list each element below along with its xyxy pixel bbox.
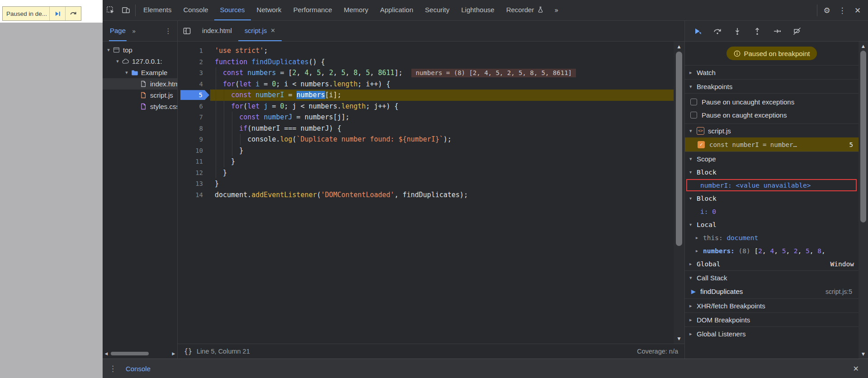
line-number-4[interactable]: 4 <box>178 79 210 90</box>
navigator-horizontal-scrollbar[interactable]: ◀ ▶ <box>103 350 177 358</box>
tree-item-example[interactable]: ▾Example <box>103 67 177 78</box>
device-toolbar-icon[interactable] <box>118 3 133 18</box>
line-number-14[interactable]: 14 <box>178 189 210 201</box>
section-dom-breakpoints[interactable]: ▸ DOM Breakpoints <box>685 312 859 326</box>
line-number-9[interactable]: 9 <box>178 134 210 145</box>
line-number-8[interactable]: 8 <box>178 123 210 134</box>
scrollbar-thumb[interactable] <box>860 51 866 222</box>
code-line-14[interactable]: document.addEventListener('DOMContentLoa… <box>210 189 674 201</box>
code-line-3[interactable]: const numbers = [2, 4, 5, 2, 5, 8, 5, 86… <box>210 67 674 79</box>
tab-memory[interactable]: Memory <box>338 0 374 20</box>
expand-arrow-icon[interactable]: ▾ <box>123 70 130 76</box>
editor-vertical-scrollbar[interactable]: ▲ ▼ <box>674 42 684 344</box>
step-out-icon[interactable] <box>749 24 765 39</box>
tab-console[interactable]: Console <box>178 0 214 20</box>
checkbox-caught[interactable] <box>690 112 697 118</box>
debugger-vertical-scrollbar[interactable]: ▲ ▼ <box>859 42 868 359</box>
code-line-1[interactable]: 'use strict'; <box>210 45 674 57</box>
scope-block-2[interactable]: ▾ Block <box>685 192 859 205</box>
line-number-1[interactable]: 1 <box>178 45 210 57</box>
scope-var-i[interactable]: i: 0 <box>685 205 859 218</box>
breakpoint-file-group[interactable]: ▾ <> script.js <box>685 123 859 137</box>
scrollbar-thumb[interactable] <box>111 352 149 355</box>
scroll-down-icon[interactable]: ▼ <box>674 336 684 341</box>
code-line-7[interactable]: const numberJ = numbers[j]; <box>210 112 674 123</box>
line-number-gutter[interactable]: 1234567891011121314 <box>178 45 210 200</box>
tab-page[interactable]: Page <box>109 21 127 41</box>
toggle-navigator-icon[interactable] <box>178 21 196 41</box>
scope-var-this[interactable]: ▸ this: document <box>685 231 859 244</box>
pause-on-uncaught-exceptions-row[interactable]: Pause on uncaught exceptions <box>685 95 859 109</box>
tree-item-styles.css[interactable]: styles.css <box>103 101 177 112</box>
section-call-stack[interactable]: ▾ Call Stack <box>685 270 859 284</box>
line-number-2[interactable]: 2 <box>178 57 210 68</box>
step-over-icon[interactable] <box>709 24 726 39</box>
navigator-kebab-icon[interactable]: ⋮ <box>159 27 177 35</box>
tab-index-html[interactable]: index.html <box>196 21 238 41</box>
code-area[interactable]: 1234567891011121314 'use strict';functio… <box>178 42 674 344</box>
scope-global[interactable]: ▸ Global Window <box>685 257 859 270</box>
expand-arrow-icon[interactable]: ▾ <box>114 58 121 64</box>
line-number-5[interactable]: 5 <box>178 90 210 101</box>
code-line-5[interactable]: const numberI = numbers[i]; <box>210 90 674 101</box>
section-global-listeners[interactable]: ▸ Global Listeners <box>685 326 859 340</box>
step-into-icon[interactable] <box>729 24 745 39</box>
more-tabs-chevron[interactable]: » <box>550 6 563 14</box>
line-number-13[interactable]: 13 <box>178 178 210 189</box>
scroll-up-icon[interactable]: ▲ <box>674 44 684 49</box>
pause-on-caught-exceptions-row[interactable]: Pause on caught exceptions <box>685 109 859 122</box>
code-line-4[interactable]: for(let i = 0; i < numbers.length; i++) … <box>210 79 674 90</box>
close-devtools-icon[interactable]: ✕ <box>850 3 865 18</box>
section-xhr-breakpoints[interactable]: ▸ XHR/fetch Breakpoints <box>685 298 859 312</box>
tree-item-top[interactable]: ▾top <box>103 44 177 56</box>
scope-local[interactable]: ▾ Local <box>685 218 859 231</box>
settings-gear-icon[interactable]: ⚙ <box>819 3 835 18</box>
pretty-print-icon[interactable]: {} <box>184 347 192 355</box>
line-number-7[interactable]: 7 <box>178 112 210 123</box>
scope-var-numbers[interactable]: ▸ numbers: (8) [2, 4, 5, 2, 5, 8, <box>685 244 859 257</box>
line-number-10[interactable]: 10 <box>178 145 210 156</box>
tab-network[interactable]: Network <box>251 0 288 20</box>
close-tab-icon[interactable]: ✕ <box>270 27 275 34</box>
line-number-3[interactable]: 3 <box>178 67 210 79</box>
checkbox-uncaught[interactable] <box>690 99 697 105</box>
tree-item-script.js[interactable]: script.js <box>103 90 177 101</box>
navigator-more-tabs-chevron[interactable]: » <box>127 28 142 35</box>
call-stack-frame[interactable]: ▶ findDuplicates script.js:5 <box>685 284 859 298</box>
code-line-6[interactable]: for(let j = 0; j < numbers.length; j++) … <box>210 101 674 112</box>
tab-lighthouse[interactable]: Lighthouse <box>455 0 500 20</box>
tab-application[interactable]: Application <box>374 0 419 20</box>
code-line-10[interactable]: } <box>210 145 674 156</box>
code-line-8[interactable]: if(numberI === numberJ) { <box>210 123 674 134</box>
code-line-9[interactable]: console.log(`Duplicate number found: ${n… <box>210 134 674 145</box>
code-line-11[interactable]: } <box>210 156 674 167</box>
line-number-12[interactable]: 12 <box>178 167 210 179</box>
scroll-right-icon[interactable]: ▶ <box>170 351 177 356</box>
section-breakpoints[interactable]: ▾ Breakpoints <box>685 79 859 93</box>
scrollbar-thumb[interactable] <box>676 52 682 246</box>
section-scope[interactable]: ▾ Scope <box>685 151 859 165</box>
scope-var-numberI[interactable]: numberI: <value unavailable> <box>685 179 859 192</box>
tab-elements[interactable]: Elements <box>137 0 178 20</box>
code-line-12[interactable]: } <box>210 167 674 179</box>
inspect-element-icon[interactable] <box>103 3 118 18</box>
expand-arrow-icon[interactable]: ▾ <box>105 47 112 53</box>
resume-script-icon[interactable] <box>689 24 706 39</box>
step-icon[interactable] <box>769 24 785 39</box>
line-number-6[interactable]: 6 <box>178 101 210 112</box>
scroll-up-icon[interactable]: ▲ <box>859 44 868 48</box>
code-lines[interactable]: 'use strict';function findDuplicates() {… <box>210 45 674 200</box>
scroll-down-icon[interactable]: ▼ <box>859 352 868 356</box>
tab-recorder[interactable]: Recorder <box>500 0 550 20</box>
code-line-2[interactable]: function findDuplicates() { <box>210 57 674 68</box>
scroll-left-icon[interactable]: ◀ <box>103 351 110 356</box>
step-over-icon[interactable] <box>66 7 81 20</box>
scope-block-1[interactable]: ▾ Block <box>685 165 859 179</box>
drawer-tab-console[interactable]: Console <box>123 365 153 373</box>
tab-script-js[interactable]: script.js ✕ <box>238 21 282 41</box>
tab-performance[interactable]: Performance <box>288 0 338 20</box>
customize-kebab-icon[interactable]: ⋮ <box>835 3 850 18</box>
breakpoint-checkbox[interactable]: ✓ <box>698 141 705 148</box>
tree-item-127.0.0.1-[interactable]: ▾127.0.0.1: <box>103 56 177 67</box>
tab-sources[interactable]: Sources <box>214 0 251 20</box>
